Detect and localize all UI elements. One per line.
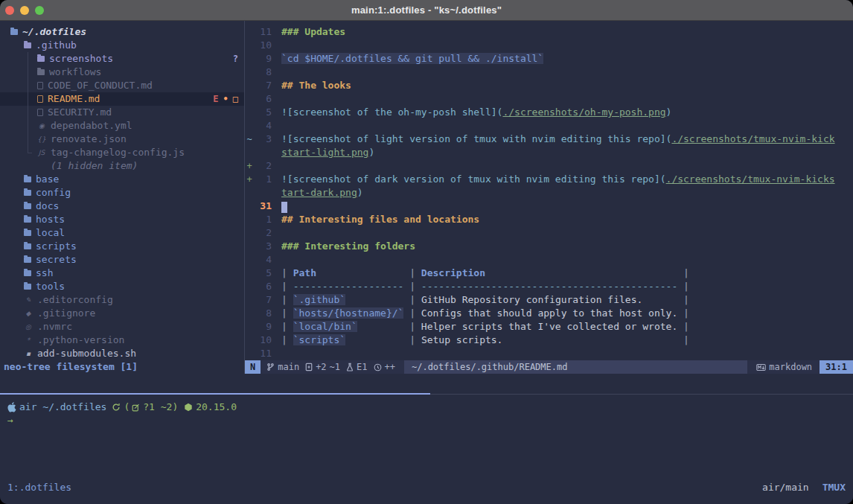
tree-item-.github[interactable]: .github bbox=[0, 39, 244, 52]
text-segment-code: `cd $HOME/.dotfiles && git pull && ./ins… bbox=[281, 53, 543, 64]
tree-item-label: SECURITY.md bbox=[48, 106, 112, 119]
line-content bbox=[281, 66, 853, 79]
tree-item-hosts[interactable]: hosts bbox=[0, 213, 244, 226]
close-button[interactable] bbox=[5, 6, 14, 15]
tree-item-renovate.json[interactable]: {}renovate.json bbox=[0, 133, 244, 146]
editor-line[interactable]: 8| `hosts/{hostname}/` | Configs that sh… bbox=[245, 307, 853, 320]
line-content: ### Interesting folders bbox=[281, 240, 853, 253]
text-segment-text: ) bbox=[666, 106, 672, 118]
editor-line[interactable]: 9| `local/bin` | Helper scripts that I'v… bbox=[245, 320, 853, 334]
text-segment-text: ![screenshot of dark version of tmux wit… bbox=[281, 173, 666, 185]
prompt-cwd: ~/.dotfiles bbox=[42, 401, 106, 414]
terminal-content: ~/.dotfiles.githubscreenshots?workflowsC… bbox=[0, 21, 853, 504]
tree-item-1hiddenitem[interactable]: (1 hidden item) bbox=[0, 159, 244, 173]
editor-line[interactable]: 9`cd $HOME/.dotfiles && git pull && ./in… bbox=[245, 52, 853, 66]
editor-line[interactable]: 4 bbox=[245, 119, 853, 133]
editor-line[interactable]: 6 bbox=[245, 92, 853, 106]
gutter-sign bbox=[245, 186, 254, 200]
tree-item-ssh[interactable]: ssh bbox=[0, 267, 244, 280]
editor-line[interactable]: 8 bbox=[245, 66, 853, 79]
editor-line[interactable]: 4 bbox=[245, 253, 853, 267]
line-content: | `.github` | GitHub Repository configur… bbox=[281, 293, 853, 307]
tree-item-dependabot.yml[interactable]: ◉dependabot.yml bbox=[0, 119, 244, 133]
prompt-host: air bbox=[19, 401, 36, 414]
text-segment-pipe: | bbox=[677, 294, 689, 305]
editor-line[interactable]: ~3![screenshot of light version of tmux … bbox=[245, 133, 853, 146]
maximize-button[interactable] bbox=[35, 6, 44, 15]
nvim-pane: ~/.dotfiles.githubscreenshots?workflowsC… bbox=[0, 21, 853, 374]
tmux-window-label[interactable]: 1:.dotfiles bbox=[7, 480, 71, 495]
gear-icon: ◉ bbox=[37, 122, 46, 130]
line-number: 7 bbox=[254, 293, 272, 307]
tree-item-label: (1 hidden item) bbox=[51, 159, 138, 173]
editor-line[interactable]: 7## The looks bbox=[245, 79, 853, 92]
tree-item-.nvmrc[interactable]: ◎.nvmrc bbox=[0, 320, 244, 334]
editor-line[interactable]: 2 bbox=[245, 226, 853, 240]
tree-item-scripts[interactable]: scripts bbox=[0, 240, 244, 253]
editor-line[interactable]: 5| Path | Description | bbox=[245, 267, 853, 280]
tree-item-secrets[interactable]: secrets bbox=[0, 253, 244, 267]
tree-item-label: base bbox=[36, 173, 59, 186]
line-content: | `scripts` | Setup scripts. | bbox=[281, 334, 853, 347]
editor-line[interactable]: 5![screenshot of the oh-my-posh shell](.… bbox=[245, 106, 853, 119]
editor-line[interactable]: +1![screenshot of dark version of tmux w… bbox=[245, 173, 853, 186]
text-segment-plain bbox=[316, 267, 403, 278]
shell-empty-area bbox=[7, 427, 853, 480]
text-segment-th: Path bbox=[293, 267, 316, 278]
editor-line[interactable]: 10| `scripts` | Setup scripts. | bbox=[245, 334, 853, 347]
tree-item-add-submodules.sh[interactable]: ▪add-submodules.sh bbox=[0, 347, 244, 360]
tree-item-label: CODE_OF_CONDUCT.md bbox=[48, 79, 153, 92]
editor-line[interactable]: tart-dark.png) bbox=[245, 186, 853, 200]
text-segment-cell: Configs that should apply to that host o… bbox=[421, 307, 677, 319]
cmdline-area bbox=[0, 374, 853, 393]
text-segment-pipe: | bbox=[281, 281, 293, 292]
tree-item-docs[interactable]: docs bbox=[0, 200, 244, 213]
tree-item-local[interactable]: local bbox=[0, 226, 244, 240]
text-segment-pipe: | bbox=[403, 267, 421, 278]
tree-item-tag-changelog-config.js[interactable]: JStag-changelog-config.js bbox=[0, 146, 244, 159]
folder-icon bbox=[24, 284, 31, 290]
markdown-icon bbox=[756, 363, 766, 371]
diamond-icon: ◆ bbox=[24, 310, 33, 317]
tree-item-CODEOFCONDUCT.md[interactable]: CODE_OF_CONDUCT.md bbox=[0, 79, 244, 92]
prompt-node-version: 20.15.0 bbox=[196, 401, 237, 414]
status-badge: • bbox=[223, 92, 229, 106]
gutter-sign bbox=[245, 267, 254, 280]
text-segment-th: Description bbox=[421, 267, 485, 278]
shell-pane[interactable]: air ~/.dotfiles ( ?1 ~2 ) 20.15.0 → bbox=[0, 395, 853, 504]
text-segment-plain bbox=[485, 267, 677, 278]
tmux-status-bar: 1:.dotfiles air/main TMUX bbox=[7, 480, 846, 495]
tree-item-workflows[interactable]: workflows bbox=[0, 66, 244, 79]
editor-line[interactable]: 1## Interesting files and locations bbox=[245, 213, 853, 226]
editor-buffer[interactable]: 11### Updates 10 9`cd $HOME/.dotfiles &&… bbox=[245, 21, 853, 360]
tree-item-SECURITY.md[interactable]: SECURITY.md bbox=[0, 106, 244, 119]
tree-item-tools[interactable]: tools bbox=[0, 280, 244, 293]
editor-line[interactable]: 31 bbox=[245, 200, 853, 213]
editor-line[interactable]: 6| ------------------- | ---------------… bbox=[245, 280, 853, 293]
editor-line[interactable]: 11### Updates bbox=[245, 25, 853, 39]
editor-line[interactable]: 7| `.github` | GitHub Repository configu… bbox=[245, 293, 853, 307]
gutter-sign bbox=[245, 200, 254, 213]
editor-line[interactable]: 3### Interesting folders bbox=[245, 240, 853, 253]
tree-item-base[interactable]: base bbox=[0, 173, 244, 186]
tree-item-.editorconfig[interactable]: ✎.editorconfig bbox=[0, 293, 244, 307]
editor-line[interactable]: 10 bbox=[245, 39, 853, 52]
shell-input-line[interactable]: → bbox=[7, 414, 853, 427]
editor-line[interactable]: 11 bbox=[245, 347, 853, 360]
tree-item-.dotfiles[interactable]: ~/.dotfiles bbox=[0, 25, 244, 39]
braces-icon: {} bbox=[37, 135, 46, 143]
editor-line[interactable]: +2 bbox=[245, 159, 853, 173]
minimize-button[interactable] bbox=[20, 6, 29, 15]
line-number: 5 bbox=[254, 106, 272, 119]
tree-item-.python-version[interactable]: *.python-version bbox=[0, 334, 244, 347]
line-number: 8 bbox=[254, 66, 272, 79]
editor-line[interactable]: start-light.png) bbox=[245, 146, 853, 159]
tmux-session-label: air/main bbox=[762, 480, 809, 495]
tree-item-config[interactable]: config bbox=[0, 186, 244, 200]
mode-indicator: N bbox=[245, 360, 261, 374]
git-status-badges: ? bbox=[233, 52, 238, 66]
tree-item-README.md[interactable]: README.mdE•□ bbox=[0, 92, 244, 106]
gutter-sign bbox=[245, 226, 254, 240]
tree-item-.gitignore[interactable]: ◆.gitignore bbox=[0, 307, 244, 320]
tree-item-screenshots[interactable]: screenshots? bbox=[0, 52, 244, 66]
